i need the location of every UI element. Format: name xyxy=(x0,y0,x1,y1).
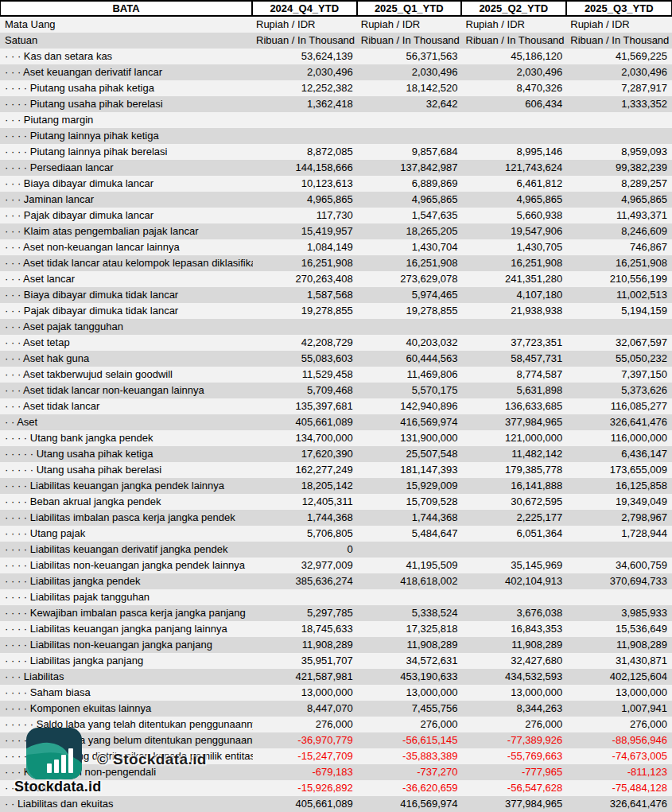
value-cell: 17,620,390 xyxy=(253,446,358,462)
value-cell: 8,470,326 xyxy=(463,80,568,96)
value-cell: 8,447,070 xyxy=(253,701,358,717)
value-cell: 13,000,000 xyxy=(358,685,463,701)
value-cell: 16,141,888 xyxy=(463,478,568,494)
value-cell: 162,277,249 xyxy=(253,462,358,478)
value-cell: 134,700,000 xyxy=(253,430,358,446)
value-cell: 1,744,368 xyxy=(253,510,358,526)
value-cell: 11,908,289 xyxy=(253,637,358,653)
value-cell: 13,000,000 xyxy=(463,685,568,701)
value-cell xyxy=(567,542,672,558)
value-cell: 181,147,393 xyxy=(358,462,463,478)
value-cell: 377,984,965 xyxy=(463,414,568,430)
table-row: · · · Biaya dibayar dimuka lancar10,123,… xyxy=(0,176,672,192)
table-row: · · · Aset keuangan derivatif lancar2,03… xyxy=(0,64,672,80)
row-label: · · · Aset lancar xyxy=(0,271,253,287)
value-cell: -679,183 xyxy=(253,764,358,780)
table-row: · · · · Piutang lainnya pihak berelasi8,… xyxy=(0,144,672,160)
value-cell: 453,190,633 xyxy=(358,669,463,685)
value-cell: 8,995,146 xyxy=(463,144,568,160)
value-cell: 6,461,812 xyxy=(463,176,568,192)
value-cell: 99,382,239 xyxy=(567,160,672,176)
row-label: · · · · · Utang usaha pihak ketiga xyxy=(0,446,253,462)
row-label: · · · · Utang pajak xyxy=(0,526,253,542)
row-label: · · · · Liabilitas imbalan pasca kerja j… xyxy=(0,510,253,526)
table-row: · · · · Piutang lainnya pihak ketiga xyxy=(0,128,672,144)
value-cell: 1,362,418 xyxy=(253,96,358,112)
value-cell: 276,000 xyxy=(567,717,672,732)
value-cell: 31,430,871 xyxy=(567,653,672,669)
value-cell: 142,940,896 xyxy=(358,398,463,414)
value-cell: 326,641,476 xyxy=(567,414,672,430)
value-cell: 11,469,806 xyxy=(358,367,463,383)
value-cell: 273,629,078 xyxy=(358,271,463,287)
table-row: · · · · Liabilitas keuangan jangka pende… xyxy=(0,478,672,494)
table-row: · · · Aset lancar270,263,408273,629,0782… xyxy=(0,271,672,287)
table-row: · · · Aset non-keuangan lancar lainnya1,… xyxy=(0,239,672,255)
row-label: · · · · Utang bank jangka pendek xyxy=(0,430,253,446)
value-cell: 1,587,568 xyxy=(253,287,358,303)
value-cell: 385,636,274 xyxy=(253,573,358,589)
value-cell: 4,965,865 xyxy=(358,192,463,208)
row-label: · · · · Piutang lainnya pihak ketiga xyxy=(0,128,253,144)
value-cell: 3,985,933 xyxy=(567,605,672,621)
value-cell: 5,194,159 xyxy=(567,303,672,319)
value-cell: 15,536,649 xyxy=(567,621,672,637)
value-cell: 5,338,524 xyxy=(358,605,463,621)
value-cell: 19,278,855 xyxy=(253,303,358,319)
value-cell: 276,000 xyxy=(253,717,358,732)
row-label: · · · · Liabilitas pajak tangguhan xyxy=(0,589,253,605)
value-cell: -15,247,709 xyxy=(253,748,358,764)
value-cell: 7,455,756 xyxy=(358,701,463,717)
value-cell: 4,965,865 xyxy=(567,192,672,208)
value-cell: -56,547,628 xyxy=(463,780,568,796)
value-cell: 135,397,681 xyxy=(253,398,358,414)
row-label: · · · · · Utang usaha pihak berelasi xyxy=(0,462,253,478)
meta-value-cell: Ribuan / In Thousand xyxy=(567,33,672,49)
value-cell xyxy=(567,128,672,144)
value-cell: 1,333,352 xyxy=(567,96,672,112)
value-cell: 35,951,707 xyxy=(253,653,358,669)
value-cell: 137,842,987 xyxy=(358,160,463,176)
watermark-brand: Stockdata.id xyxy=(14,779,101,795)
value-cell: 2,030,496 xyxy=(567,64,672,80)
value-cell: 1,547,635 xyxy=(358,208,463,223)
value-cell: 1,430,705 xyxy=(463,239,568,255)
meta-row: SatuanRibuan / In ThousandRibuan / In Th… xyxy=(0,33,672,49)
value-cell xyxy=(463,112,568,128)
row-label: · · · · Komponen ekuitas lainnya xyxy=(0,701,253,717)
row-label: · · · · Saham biasa xyxy=(0,685,253,701)
table-row: · · · Aset tidak lancar135,397,681142,94… xyxy=(0,398,672,414)
meta-value-cell: Ribuan / In Thousand xyxy=(358,33,463,49)
value-cell: 5,709,468 xyxy=(253,383,358,398)
value-cell: 326,641,476 xyxy=(567,796,672,812)
row-label: · · · · Liabilitas jangka pendek xyxy=(0,573,253,589)
row-label: · · · · Persediaan lancar xyxy=(0,160,253,176)
value-cell: 2,225,177 xyxy=(463,510,568,526)
value-cell: 117,730 xyxy=(253,208,358,223)
value-cell: 17,325,818 xyxy=(358,621,463,637)
value-cell: 15,929,009 xyxy=(358,478,463,494)
value-cell: 1,430,704 xyxy=(358,239,463,255)
value-cell: 16,843,353 xyxy=(463,621,568,637)
row-label: · · · · Liabilitas keuangan jangka panja… xyxy=(0,621,253,637)
meta-value-cell: Rupiah / IDR xyxy=(253,17,358,33)
row-label: · · · Biaya dibayar dimuka tidak lancar xyxy=(0,287,253,303)
value-cell: 18,205,142 xyxy=(253,478,358,494)
row-label: · · · · Kewajiban imbalan pasca kerja ja… xyxy=(0,605,253,621)
table-row: · · · Aset tidak lancar non-keuangan lai… xyxy=(0,383,672,398)
table-row: · · · · Liabilitas non-keuangan jangka p… xyxy=(0,637,672,653)
value-cell: 15,419,957 xyxy=(253,223,358,239)
value-cell: -55,769,663 xyxy=(463,748,568,764)
value-cell: 5,660,938 xyxy=(463,208,568,223)
table-row: · · · · Persediaan lancar144,158,666137,… xyxy=(0,160,672,176)
row-label: Satuan xyxy=(0,33,253,49)
value-cell: 12,252,382 xyxy=(253,80,358,96)
value-cell: 121,000,000 xyxy=(463,430,568,446)
value-cell xyxy=(463,319,568,335)
table-row: · · · · Kewajiban imbalan pasca kerja ja… xyxy=(0,605,672,621)
value-cell: 606,434 xyxy=(463,96,568,112)
table-row: · · · · Liabilitas keuangan jangka panja… xyxy=(0,621,672,637)
row-label: · · · · Piutang lainnya pihak berelasi xyxy=(0,144,253,160)
value-cell: 8,872,085 xyxy=(253,144,358,160)
row-label: · · · Pajak dibayar dimuka tidak lancar xyxy=(0,303,253,319)
